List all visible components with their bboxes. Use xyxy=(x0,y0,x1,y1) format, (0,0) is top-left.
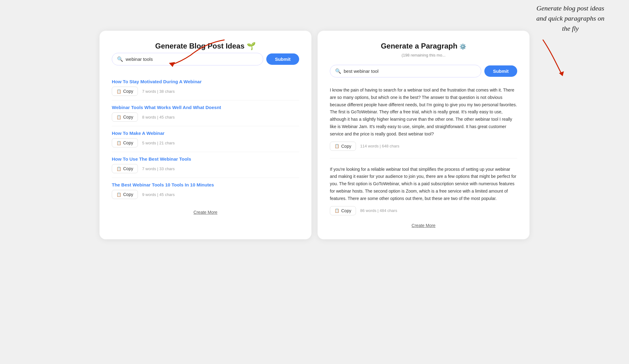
paragraph-separator xyxy=(330,158,517,159)
list-item: How To Make A Webinar 📋 Copy 5 words | 2… xyxy=(112,126,299,152)
copy-icon: 📋 xyxy=(116,89,121,94)
right-submit-button[interactable]: Submit xyxy=(484,65,517,77)
word-count: 86 words | 484 chars xyxy=(360,208,397,213)
idea-title: How To Make A Webinar xyxy=(112,131,299,136)
copy-icon: 📋 xyxy=(334,144,339,148)
left-create-more-link[interactable]: Create More xyxy=(193,210,217,215)
copy-row: 📋 Copy 86 words | 484 chars xyxy=(330,206,517,215)
copy-icon: 📋 xyxy=(116,115,121,119)
copy-icon: 📋 xyxy=(334,208,339,213)
list-item: How To Stay Motivated During A Webinar 📋… xyxy=(112,75,299,100)
left-panel-title: Generate Blog Post Ideas 🌱 xyxy=(112,42,299,50)
panels-container: Generate Blog Post Ideas 🌱 🔍 Submit How … xyxy=(100,31,529,239)
left-search-input[interactable] xyxy=(126,57,258,62)
right-create-more: Create More xyxy=(330,223,517,228)
left-search-row: 🔍 Submit xyxy=(112,53,299,65)
copy-icon: 📋 xyxy=(116,141,121,145)
word-count: 9 words | 45 chars xyxy=(142,192,175,197)
paragraphs-list: I know the pain of having to search for … xyxy=(330,87,517,215)
copy-icon: 📋 xyxy=(116,166,121,171)
copy-icon: 📋 xyxy=(116,192,121,197)
word-count: 5 words | 21 chars xyxy=(142,141,175,145)
left-submit-button[interactable]: Submit xyxy=(266,53,299,65)
right-search-row: 🔍 Submit xyxy=(330,65,517,77)
left-search-icon: 🔍 xyxy=(117,56,123,62)
copy-button[interactable]: 📋 Copy xyxy=(112,87,138,96)
idea-title: How To Stay Motivated During A Webinar xyxy=(112,79,299,84)
spinner-icon: ⚙️ xyxy=(459,44,466,50)
copy-row: 📋 Copy 9 words | 45 chars xyxy=(112,190,299,199)
copy-button[interactable]: 📋 Copy xyxy=(112,138,138,147)
idea-title: The Best Webinar Tools 10 Tools In 10 Mi… xyxy=(112,182,299,187)
copy-button[interactable]: 📋 Copy xyxy=(330,142,356,151)
list-item: How To Use The Best Webinar Tools 📋 Copy… xyxy=(112,152,299,178)
word-count: 8 words | 45 chars xyxy=(142,115,175,119)
copy-button[interactable]: 📋 Copy xyxy=(112,164,138,173)
right-panel-title: Generate a Paragraph ⚙️ xyxy=(330,42,517,50)
copy-button[interactable]: 📋 Copy xyxy=(330,206,356,215)
copy-row: 📋 Copy 7 words | 38 chars xyxy=(112,87,299,96)
right-panel: Generate a Paragraph ⚙️ (198 remaining t… xyxy=(318,31,529,239)
left-create-more: Create More xyxy=(112,209,299,215)
copy-row: 📋 Copy 8 words | 45 chars xyxy=(112,112,299,122)
copy-button[interactable]: 📋 Copy xyxy=(112,112,138,122)
right-create-more-link[interactable]: Create More xyxy=(412,223,436,228)
svg-marker-1 xyxy=(559,71,564,76)
right-search-input[interactable] xyxy=(344,68,476,74)
list-item: Webinar Tools What Works Well And What D… xyxy=(112,100,299,126)
copy-row: 📋 Copy 7 words | 33 chars xyxy=(112,164,299,173)
word-count: 114 words | 648 chars xyxy=(360,144,400,148)
word-count: 7 words | 38 chars xyxy=(142,89,175,94)
copy-row: 📋 Copy 5 words | 21 chars xyxy=(112,138,299,147)
ideas-list: How To Stay Motivated During A Webinar 📋… xyxy=(112,75,299,203)
copy-button[interactable]: 📋 Copy xyxy=(112,190,138,199)
list-item: The Best Webinar Tools 10 Tools In 10 Mi… xyxy=(112,178,299,203)
right-search-icon: 🔍 xyxy=(335,68,341,74)
left-search-wrapper[interactable]: 🔍 xyxy=(112,53,263,65)
word-count: 7 words | 33 chars xyxy=(142,166,175,171)
paragraph-text: If you're looking for a reliable webinar… xyxy=(330,166,517,202)
paragraph-block: If you're looking for a reliable webinar… xyxy=(330,166,517,215)
left-panel: Generate Blog Post Ideas 🌱 🔍 Submit How … xyxy=(100,31,311,239)
right-search-wrapper[interactable]: 🔍 xyxy=(330,65,481,77)
paragraph-block: I know the pain of having to search for … xyxy=(330,87,517,159)
paragraph-text: I know the pain of having to search for … xyxy=(330,87,517,138)
annotation-text: Generate blog post ideas and quick parag… xyxy=(536,3,604,33)
idea-title: How To Use The Best Webinar Tools xyxy=(112,156,299,162)
copy-row: 📋 Copy 114 words | 648 chars xyxy=(330,142,517,151)
right-panel-subtitle: (198 remaining this mo... xyxy=(330,53,517,57)
idea-title: Webinar Tools What Works Well And What D… xyxy=(112,105,299,110)
